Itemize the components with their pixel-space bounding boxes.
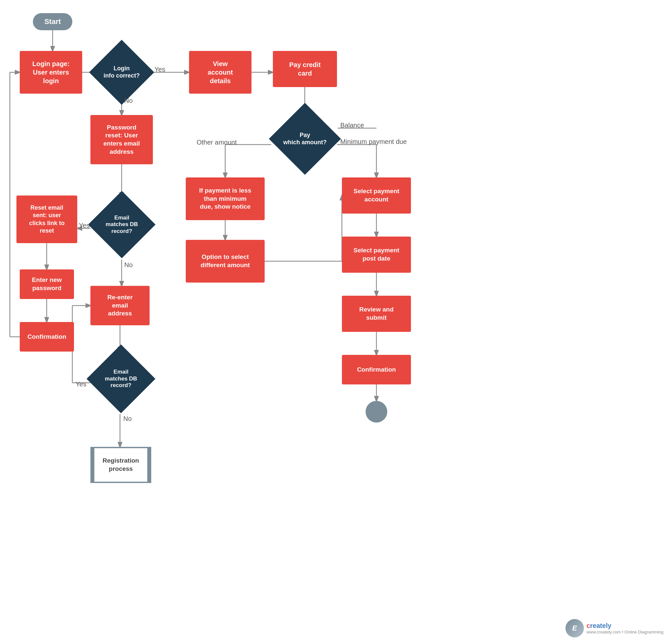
select-payment-account-node: Select paymentaccount — [342, 177, 411, 214]
view-account-node: Viewaccountdetails — [189, 51, 252, 94]
select-payment-post-date-node: Select paymentpost date — [342, 236, 411, 273]
minimum-payment-label: Minimum payment due — [340, 138, 407, 146]
confirmation-left-node: Confirmation — [20, 322, 74, 352]
diagram-container: Start Login page:User enterslogin Logini… — [0, 0, 670, 644]
yes-label-1: Yes — [155, 66, 165, 73]
no-label-1: No — [124, 97, 133, 105]
balance-label: Balance — [340, 122, 364, 129]
review-submit-node: Review andsubmit — [342, 296, 411, 332]
reset-email-node: Reset emailsent: userclicks link toreset — [16, 195, 77, 243]
if-payment-less-node: If payment is lessthan minimumdue, show … — [186, 177, 265, 220]
brand-sub: www.creately.com • Online Diagramming — [587, 630, 664, 634]
email-matches-1-diamond: Emailmatches DBrecord? — [90, 193, 153, 256]
option-select-node: Option to selectdifferent amount — [186, 240, 265, 283]
pay-which-amount-diamond: Paywhich amount? — [271, 105, 339, 173]
no-label-3: No — [123, 415, 132, 423]
confirmation-right-node: Confirmation — [342, 355, 411, 384]
pay-credit-card-node: Pay creditcard — [273, 51, 337, 87]
brand-name: creately — [587, 622, 664, 630]
brand-badge: E creately www.creately.com • Online Dia… — [565, 619, 664, 638]
start-node: Start — [33, 13, 72, 30]
yes-label-3: Yes — [76, 381, 86, 388]
login-correct-diamond: Logininfo correct? — [90, 41, 153, 104]
login-page-node: Login page:User enterslogin — [20, 51, 82, 94]
other-amount-label: Other amount — [197, 139, 237, 146]
password-reset-node: Passwordreset: Userenters emailaddress — [90, 115, 153, 164]
end-node-right — [365, 401, 387, 423]
registration-node: Registrationprocess — [90, 447, 151, 483]
reenter-email-node: Re-enteremailaddress — [90, 286, 150, 325]
yes-label-2: Yes — [79, 222, 90, 229]
email-matches-2-diamond: Emailmatches DBrecord? — [89, 347, 153, 411]
no-label-2: No — [124, 261, 133, 269]
enter-new-pw-node: Enter newpassword — [20, 270, 74, 299]
